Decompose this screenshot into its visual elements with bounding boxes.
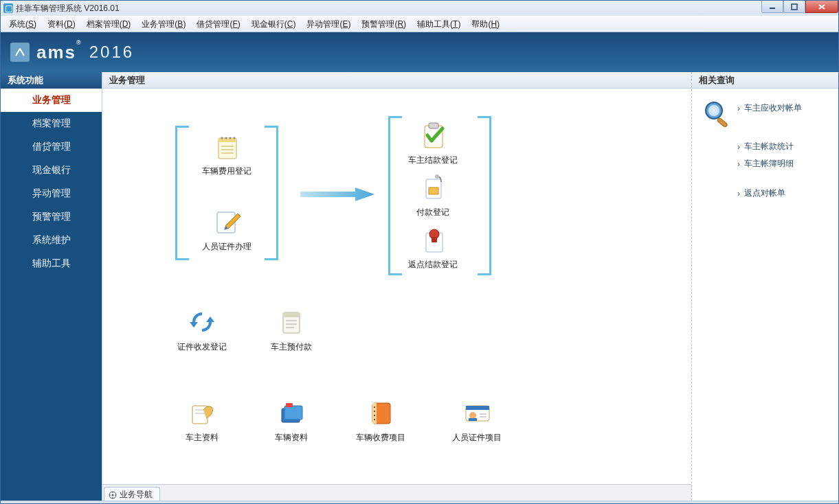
bracket-right: [478, 116, 491, 193]
svg-rect-21: [429, 187, 438, 194]
brand-reg: ®: [76, 39, 82, 46]
center-title: 业务管理: [102, 72, 691, 89]
sidebar-item-档案管理[interactable]: 档案管理: [1, 112, 102, 135]
flow-label: 车辆费用登记: [202, 165, 251, 177]
bracket-left: [265, 194, 278, 260]
sidebar-item-现金银行[interactable]: 现金银行: [1, 159, 102, 182]
sidebar-item-系统维护[interactable]: 系统维护: [1, 229, 102, 252]
logo-icon: [10, 43, 30, 62]
flow-人员证件项目[interactable]: 人员证件项目: [439, 398, 515, 444]
edit-doc-icon: [212, 207, 242, 237]
svg-point-55: [708, 105, 719, 116]
tab-label: 业务导航: [120, 489, 153, 501]
brand-name: ams: [36, 42, 76, 62]
svg-rect-37: [372, 403, 377, 424]
flow-label: 车主结款登记: [408, 154, 458, 166]
flow-车辆费用登记[interactable]: 车辆费用登记: [189, 131, 265, 177]
svg-point-7: [221, 137, 223, 139]
flow-车主结款登记[interactable]: 车主结款登记: [395, 120, 471, 166]
sidebar-item-预警管理[interactable]: 预警管理: [1, 205, 102, 229]
pay-doc-icon: [418, 172, 448, 203]
close-button[interactable]: [805, 1, 838, 13]
menu-系统[interactable]: 系统(S): [3, 16, 42, 32]
flow-人员证件办理[interactable]: 人员证件办理: [189, 207, 265, 253]
svg-point-41: [374, 419, 375, 420]
magnifier-icon: [703, 100, 733, 132]
flow-返点结款登记[interactable]: 返点结款登记: [395, 225, 471, 271]
menu-预警管理[interactable]: 预警管理(R): [356, 16, 412, 32]
svg-point-9: [230, 137, 232, 139]
menu-辅助工具[interactable]: 辅助工具(T): [412, 16, 466, 32]
sidebar-item-异动管理[interactable]: 异动管理: [1, 182, 102, 205]
window-title: 挂靠车辆管理系统 V2016.01: [16, 3, 120, 14]
menu-资料[interactable]: 资料(D): [42, 16, 81, 32]
query-link-车主帐簿明细[interactable]: 车主帐簿明细: [699, 155, 831, 172]
tab-bar: 业务导航: [102, 484, 691, 501]
svg-point-10: [234, 137, 236, 139]
menu-档案管理[interactable]: 档案管理(D): [81, 16, 137, 32]
svg-rect-18: [429, 123, 438, 128]
tab-business-nav[interactable]: 业务导航: [104, 487, 160, 501]
menu-异动管理[interactable]: 异动管理(E): [301, 16, 356, 32]
right-title: 相关查询: [692, 72, 838, 89]
nav-icon: [109, 491, 117, 499]
flow-label: 返点结款登记: [408, 259, 458, 271]
sidebar-item-辅助工具[interactable]: 辅助工具: [1, 252, 102, 275]
svg-rect-56: [717, 117, 728, 128]
svg-point-39: [374, 411, 375, 412]
svg-rect-34: [284, 406, 302, 420]
notepad-icon: [212, 131, 242, 161]
svg-rect-35: [286, 403, 293, 407]
menu-现金银行[interactable]: 现金银行(C): [246, 16, 302, 32]
sidebar-item-借贷管理[interactable]: 借贷管理: [1, 135, 102, 159]
flow-label: 车辆收费项目: [356, 432, 405, 444]
titlebar: 挂靠车辆管理系统 V2016.01: [1, 1, 838, 16]
app-icon: [3, 3, 13, 13]
svg-rect-43: [466, 406, 489, 410]
svg-point-8: [225, 137, 227, 139]
svg-point-38: [374, 406, 375, 408]
flow-label: 车主预付款: [271, 341, 312, 353]
flow-车主预付款[interactable]: 车主预付款: [254, 307, 329, 353]
brand-year: 2016: [89, 43, 134, 62]
flow-label: 车主资料: [186, 432, 219, 444]
flow-车辆资料[interactable]: 车辆资料: [254, 398, 329, 444]
menubar: 系统(S)资料(D)档案管理(D)业务管理(B)借贷管理(F)现金银行(C)异动…: [1, 16, 838, 32]
calendar-doc-icon: [276, 307, 306, 337]
svg-point-49: [112, 494, 114, 496]
query-link-车主帐款统计[interactable]: 车主帐款统计: [699, 138, 831, 155]
statusbar: [1, 501, 838, 503]
flow-付款登记[interactable]: 付款登记: [395, 172, 471, 218]
minimize-button[interactable]: [761, 1, 783, 13]
right-panel: 相关查询 车主应收对帐单 车主帐款统计车主帐簿明细 返点对帐单: [691, 72, 838, 501]
sidebar-title: 系统功能: [1, 72, 102, 89]
svg-point-20: [435, 174, 439, 179]
hand-doc-icon: [187, 398, 217, 428]
flow-label: 证件收发登记: [177, 341, 227, 353]
brand-banner: ams® 2016: [1, 32, 838, 72]
svg-rect-45: [469, 418, 477, 421]
id-card-icon: [462, 398, 492, 428]
menu-借贷管理[interactable]: 借贷管理(F): [191, 16, 245, 32]
bracket-left: [265, 126, 278, 194]
svg-rect-24: [432, 237, 437, 242]
flow-arrow-icon: [300, 186, 376, 205]
stamp-doc-icon: [418, 225, 448, 255]
sidebar-item-业务管理[interactable]: 业务管理: [1, 89, 102, 112]
svg-point-44: [469, 412, 476, 419]
flow-label: 车辆资料: [275, 432, 308, 444]
bracket-left: [175, 126, 189, 194]
bracket-left: [175, 194, 189, 260]
flow-车辆收费项目[interactable]: 车辆收费项目: [343, 398, 418, 444]
flow-label: 人员证件项目: [452, 432, 502, 444]
sidebar: 系统功能 业务管理档案管理借贷管理现金银行异动管理预警管理系统维护辅助工具: [1, 72, 102, 501]
flow-label: 付款登记: [416, 207, 449, 218]
flow-车主资料[interactable]: 车主资料: [164, 398, 240, 444]
menu-帮助[interactable]: 帮助(H): [466, 16, 505, 32]
menu-业务管理[interactable]: 业务管理(B): [136, 16, 191, 32]
query-link-返点对帐单[interactable]: 返点对帐单: [699, 185, 831, 202]
flow-label: 人员证件办理: [202, 241, 251, 253]
maximize-button[interactable]: [783, 1, 805, 13]
flow-证件收发登记[interactable]: 证件收发登记: [164, 307, 240, 353]
svg-rect-26: [283, 312, 300, 317]
